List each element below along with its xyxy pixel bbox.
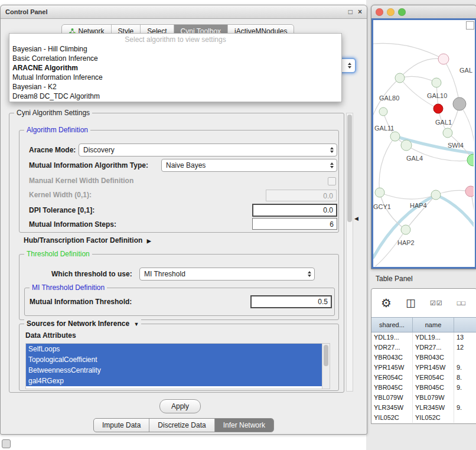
popup-item-basic-correlation-inference[interactable]: Basic Correlation Inference xyxy=(9,54,341,63)
table-cell: YLR345W xyxy=(413,403,454,413)
network-scrollbar-button[interactable] xyxy=(466,21,474,30)
cyni-algorithm-settings-group: Cyni Algorithm Settings Algorithm Defini… xyxy=(9,113,344,393)
bottom-tab-discretize-data[interactable]: Discretize Data xyxy=(149,419,214,432)
popup-item-bayesian-k2[interactable]: Bayesian - K2 xyxy=(9,82,341,92)
network-node[interactable] xyxy=(390,132,400,141)
network-node[interactable] xyxy=(432,78,441,87)
table-cell: YBR043C xyxy=(371,353,413,363)
network-node[interactable] xyxy=(395,73,405,83)
settings-gear-icon[interactable]: ⚙ xyxy=(381,297,392,309)
manual-kernel-width-checkbox[interactable] xyxy=(328,177,336,185)
mi-steps-field[interactable]: 6 xyxy=(252,218,337,230)
table-row[interactable]: YDL19...YDL19...13 xyxy=(371,332,476,343)
network-node[interactable] xyxy=(465,186,474,197)
network-node[interactable] xyxy=(438,54,449,64)
table-row[interactable]: YBR043CYBR043C xyxy=(371,353,476,363)
network-node[interactable] xyxy=(467,154,474,166)
network-node[interactable] xyxy=(433,104,443,113)
splitpane-collapse-arrow[interactable]: ◀ xyxy=(354,216,358,221)
network-node[interactable] xyxy=(443,128,452,138)
network-edge[interactable] xyxy=(373,43,444,59)
list-scrollbar[interactable] xyxy=(322,344,330,389)
sources-title-label: Sources for Network Inference xyxy=(27,319,129,328)
network-node[interactable] xyxy=(379,107,387,116)
minimize-traffic-light-icon[interactable] xyxy=(387,8,395,16)
network-node[interactable] xyxy=(401,225,410,234)
column-header[interactable]: shared... xyxy=(371,318,413,332)
data-attributes-list[interactable]: SelfLoopsTopologicalCoefficientBetweenne… xyxy=(25,343,330,389)
close-traffic-light-icon[interactable] xyxy=(376,8,383,16)
select-all-checkboxes-icon[interactable]: ☑☑ xyxy=(430,300,443,306)
network-node[interactable] xyxy=(431,190,441,200)
dpi-tolerance-field[interactable]: 0.0 xyxy=(252,204,337,217)
which-threshold-label: Which threshold to use: xyxy=(51,270,132,278)
network-edge[interactable] xyxy=(436,195,474,228)
table-row[interactable]: YER054CYER054C8. xyxy=(371,373,476,383)
mi-threshold-field[interactable]: 0.5 xyxy=(250,295,332,308)
table-row[interactable]: YDR27...YDR27...12 xyxy=(371,343,476,353)
mi-threshold-definition-group: MI Threshold Definition Mutual Informati… xyxy=(24,288,335,316)
attribute-item-betweennesscentrality[interactable]: BetweennessCentrality xyxy=(26,365,322,376)
kernel-width-field[interactable]: 0.0 xyxy=(266,190,337,201)
cyni-algorithm-settings-title: Cyni Algorithm Settings xyxy=(14,109,92,117)
combobox-stepper-icon xyxy=(308,268,311,280)
column-selector-icon[interactable]: ◫ xyxy=(406,298,416,308)
threshold-definition-title: Threshold Definition xyxy=(24,250,92,258)
network-node-label: GAL10 xyxy=(427,92,447,99)
table-row[interactable]: YBR045CYBR045C9. xyxy=(371,383,476,393)
network-edge[interactable] xyxy=(400,76,436,83)
popup-item-dream8-dc-tdc-algorithm[interactable]: Dream8 DC_TDC Algorithm xyxy=(9,92,341,101)
network-window-titlebar[interactable] xyxy=(371,5,476,19)
network-edge[interactable] xyxy=(379,136,395,193)
network-node-label: GAL4 xyxy=(406,155,423,162)
network-canvas[interactable]: GAL80GAL10GAL11GAL1SWI4GAL4GCY1HAP4HAP2G… xyxy=(371,18,476,269)
zoom-traffic-light-icon[interactable] xyxy=(398,8,406,16)
minimized-panel-icon[interactable] xyxy=(2,439,11,448)
column-header[interactable]: name xyxy=(413,318,454,332)
hub-factor-label: Hub/Transcription Factor Definition xyxy=(24,236,142,244)
chevron-right-icon: ▶ xyxy=(147,238,151,244)
network-node[interactable] xyxy=(375,188,384,197)
attribute-item-gal4rgexp[interactable]: gal4RGexp xyxy=(26,376,322,386)
sources-title[interactable]: Sources for Network Inference ▼ xyxy=(24,319,141,328)
network-canvas-svg: GAL80GAL10GAL11GAL1SWI4GAL4GCY1HAP4HAP2G… xyxy=(373,20,474,266)
popup-item-aracne-algorithm[interactable]: ARACNE Algorithm xyxy=(9,63,341,73)
aracne-mode-select[interactable]: Discovery xyxy=(79,144,337,156)
network-edge[interactable] xyxy=(400,58,444,78)
settings-scrollbar[interactable] xyxy=(346,113,353,392)
mi-algorithm-type-select[interactable]: Naive Bayes xyxy=(161,159,337,172)
attribute-item-topologicalcoefficient[interactable]: TopologicalCoefficient xyxy=(26,354,322,365)
table-cell: YDR27... xyxy=(371,343,413,353)
settings-scrollbar-thumb[interactable] xyxy=(347,115,352,222)
network-node-label: GAL1 xyxy=(435,119,452,126)
which-threshold-select[interactable]: MI Threshold xyxy=(139,268,315,281)
hub-factor-section[interactable]: Hub/Transcription Factor Definition ▶ xyxy=(24,236,151,245)
list-scrollbar-thumb[interactable] xyxy=(324,345,328,366)
bottom-tab-infer-network[interactable]: Infer Network xyxy=(215,419,273,432)
popup-item-bayesian-hill-climbing[interactable]: Bayesian - Hill Climbing xyxy=(9,44,341,54)
float-panel-icon[interactable]: □ xyxy=(348,5,353,18)
close-panel-icon[interactable]: × xyxy=(358,5,362,18)
kernel-width-label: Kernel Width (0,1): xyxy=(29,191,92,199)
network-node[interactable] xyxy=(453,97,466,110)
clear-checkboxes-icon[interactable]: □□ xyxy=(457,300,466,306)
table-row[interactable]: YLR345WYLR345W9. xyxy=(371,403,476,413)
network-node[interactable] xyxy=(401,140,412,151)
algorithm-popup: Select algorithm to view settingsBayesia… xyxy=(9,33,342,102)
table-cell xyxy=(454,353,476,363)
table-cell: YBL079W xyxy=(413,393,454,403)
which-threshold-value: MI Threshold xyxy=(144,270,185,278)
popup-placeholder-item[interactable]: Select algorithm to view settings xyxy=(9,35,341,44)
network-node-label: HAP2 xyxy=(397,239,415,246)
table-cell xyxy=(454,393,476,403)
apply-button[interactable]: Apply xyxy=(159,399,201,413)
popup-item-mutual-information-inference[interactable]: Mutual Information Inference xyxy=(9,73,341,82)
table-row[interactable]: YPR145WYPR145W9. xyxy=(371,363,476,373)
bottom-tab-impute-data[interactable]: Impute Data xyxy=(94,419,149,432)
table-row[interactable]: YIL052CYIL052C xyxy=(371,413,476,423)
algorithm-definition-title: Algorithm Definition xyxy=(24,126,90,134)
column-header[interactable] xyxy=(454,318,476,332)
attribute-item-selfloops[interactable]: SelfLoops xyxy=(26,344,322,354)
network-edge[interactable] xyxy=(380,193,406,230)
table-row[interactable]: YBL079WYBL079W xyxy=(371,393,476,403)
